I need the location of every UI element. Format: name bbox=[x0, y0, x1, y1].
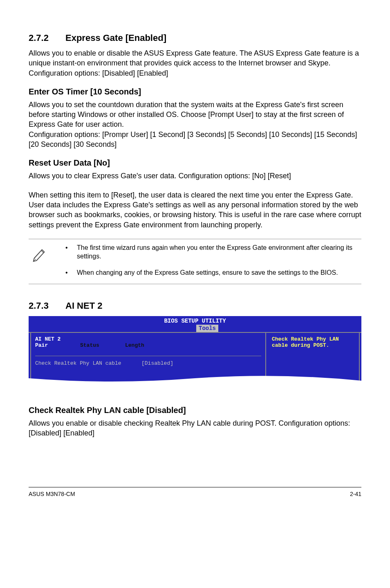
bios-divider bbox=[35, 356, 261, 356]
intro-paragraph: Allows you to enable or disable the ASUS… bbox=[29, 48, 361, 78]
bios-col-status: Status bbox=[80, 342, 125, 348]
bios-col-length: Length bbox=[125, 342, 144, 348]
heading-273: 2.7.3 AI NET 2 bbox=[29, 301, 361, 311]
bios-setting-label: Check Realtek Phy LAN cable bbox=[35, 360, 141, 366]
subheading-reset-user-data: Reset User Data [No] bbox=[29, 158, 361, 168]
heading-title: Express Gate [Enabled] bbox=[65, 33, 166, 43]
heading-title: AI NET 2 bbox=[65, 301, 102, 311]
bios-left-panel: AI NET 2 PairStatusLength Check Realtek … bbox=[30, 333, 266, 385]
note-text-2: When changing any of the Express Gate se… bbox=[77, 268, 338, 277]
bios-col-ai: AI NET 2 bbox=[35, 336, 80, 342]
footer-right: 2-41 bbox=[350, 491, 361, 497]
paragraph-reset-user-data-1: Allows you to clear Express Gate's user … bbox=[29, 171, 361, 181]
bullet-dot: • bbox=[65, 268, 77, 277]
note-box: • The first time wizard runs again when … bbox=[29, 239, 361, 284]
pencil-icon bbox=[29, 243, 65, 280]
page-footer: ASUS M3N78-CM 2-41 bbox=[29, 487, 361, 497]
footer-left: ASUS M3N78-CM bbox=[29, 491, 75, 497]
bios-help-text: Check Realtek Phy LAN cable during POST. bbox=[272, 336, 339, 348]
bios-col-pair: Pair bbox=[35, 342, 80, 348]
bios-setup-screenshot: BIOS SETUP UTILITY Tools AI NET 2 PairSt… bbox=[29, 316, 361, 385]
subheading-check-realtek: Check Realtek Phy LAN cable [Disabled] bbox=[29, 406, 361, 415]
bios-table-header: AI NET 2 PairStatusLength bbox=[35, 336, 261, 348]
heading-272: 2.7.2 Express Gate [Enabled] bbox=[29, 33, 361, 43]
heading-number: 2.7.3 bbox=[29, 301, 65, 311]
paragraph-reset-user-data-2: When setting this item to [Reset], the u… bbox=[29, 190, 361, 230]
bios-help-panel: Check Realtek Phy LAN cable during POST. bbox=[268, 333, 360, 385]
bios-setting-value: [Disabled] bbox=[141, 360, 173, 366]
note-content: • The first time wizard runs again when … bbox=[65, 243, 361, 280]
bios-setting-row: Check Realtek Phy LAN cable[Disabled] bbox=[35, 360, 261, 366]
heading-number: 2.7.2 bbox=[29, 33, 65, 43]
subheading-enter-os-timer: Enter OS Timer [10 Seconds] bbox=[29, 87, 361, 97]
bios-tab-tools: Tools bbox=[196, 325, 218, 332]
bios-header: BIOS SETUP UTILITY bbox=[29, 316, 361, 324]
paragraph-check-realtek: Allows you enable or disable checking Re… bbox=[29, 418, 361, 438]
note-text-1: The first time wizard runs again when yo… bbox=[77, 243, 361, 261]
bios-tab-row: Tools bbox=[29, 324, 361, 332]
paragraph-enter-os-timer: Allows you to set the countdown duration… bbox=[29, 100, 361, 149]
bullet-dot: • bbox=[65, 243, 77, 261]
